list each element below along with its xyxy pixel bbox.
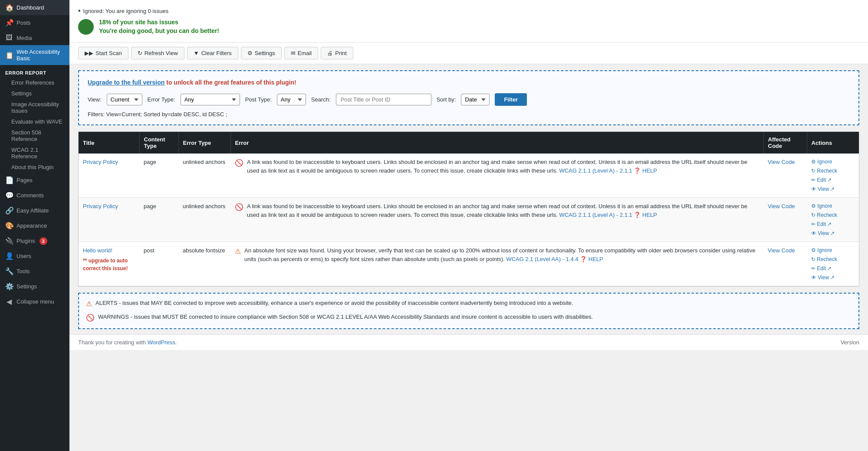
sidebar-item-easy-affiliate[interactable]: 🔗 Easy Affiliate	[0, 203, 69, 218]
row2-content-type: page	[139, 198, 178, 242]
sidebar-sub-settings[interactable]: Settings	[0, 88, 69, 99]
row3-actions: ⚙ Ignore ↻ Recheck ✏ Edit ↗ 👁 View ↗	[807, 242, 859, 286]
row3-ignore-link[interactable]: ⚙ Ignore	[811, 246, 855, 254]
row2-help-link[interactable]: HELP	[642, 212, 657, 218]
row3-actions-cell: ⚙ Ignore ↻ Recheck ✏ Edit ↗ 👁 View ↗	[811, 246, 855, 281]
plugin-icon: 📋	[5, 51, 13, 59]
row1-recheck-link[interactable]: ↻ Recheck	[811, 167, 855, 175]
row1-edit-link[interactable]: ✏ Edit ↗	[811, 176, 855, 184]
email-button[interactable]: ✉ Email	[284, 47, 319, 59]
plugins-icon: 🔌	[5, 237, 13, 245]
settings-button[interactable]: ⚙ Settings	[241, 47, 282, 59]
footer-wordpress-link[interactable]: WordPress.	[148, 339, 177, 346]
view-select[interactable]: Current All	[107, 94, 142, 105]
row3-wcag-link[interactable]: WCAG 2.1 (Level AA) - 1.4.4	[506, 256, 578, 262]
table-row: Hello world! ** upgrade to auto correct …	[79, 242, 859, 286]
sidebar-item-tools[interactable]: 🔧 Tools	[0, 264, 69, 279]
sidebar-sub-wcag-21[interactable]: WCAG 2.1 Reference	[0, 144, 69, 162]
footer-version: Version	[841, 339, 859, 346]
comments-icon: 💬	[5, 191, 13, 199]
row3-help-link[interactable]: HELP	[589, 256, 603, 262]
sidebar-item-label: Plugins	[16, 238, 35, 244]
row3-recheck-link[interactable]: ↻ Recheck	[811, 255, 855, 263]
scan-icon: ▶▶	[85, 50, 93, 56]
message-text: You're doing good, but you can do better…	[99, 27, 219, 36]
plugins-badge: 3	[39, 237, 47, 245]
status-circle	[78, 19, 94, 35]
print-button[interactable]: 🖨 Print	[321, 47, 353, 59]
row3-affected-code: View Code	[763, 242, 807, 286]
sidebar-item-collapse-menu[interactable]: ◀ Collapse menu	[0, 294, 69, 309]
filter-icon: ▼	[194, 50, 199, 56]
upgrade-link[interactable]: Upgrade to the full version	[88, 79, 164, 86]
col-header-title: Title	[79, 132, 139, 154]
upgrade-text-mid: to unlock all the great features of this…	[164, 79, 296, 86]
row3-title-link[interactable]: Hello world!	[83, 247, 112, 254]
row3-error-content: ⚠ An absolute font size was found. Using…	[235, 246, 759, 263]
sidebar-sub-about-plugin[interactable]: About this Plugin	[0, 162, 69, 173]
sidebar-item-comments[interactable]: 💬 Comments	[0, 188, 69, 203]
col-header-content-type: Content Type	[139, 132, 178, 154]
sidebar-item-posts[interactable]: 📌 Posts	[0, 15, 69, 30]
sidebar-item-pages[interactable]: 📄 Pages	[0, 173, 69, 188]
row2-view-link[interactable]: 👁 View ↗	[811, 229, 855, 237]
sort-label: Sort by:	[437, 96, 456, 103]
row2-ignore-link[interactable]: ⚙ Ignore	[811, 202, 855, 210]
legend-alert-item: ⚠ ALERTS - issues that MAY BE corrected …	[86, 299, 852, 309]
filter-button[interactable]: Filter	[495, 93, 527, 106]
start-scan-label: Start Scan	[95, 50, 122, 56]
row1-affected-code: View Code	[763, 154, 807, 198]
sidebar-sub-section-508[interactable]: Section 508 Reference	[0, 127, 69, 144]
row1-view-code-link[interactable]: View Code	[768, 159, 795, 165]
search-label: Search:	[311, 96, 331, 103]
row3-edit-link[interactable]: ✏ Edit ↗	[811, 265, 855, 272]
sidebar-sub-error-references[interactable]: Error References	[0, 77, 69, 88]
search-input[interactable]	[336, 94, 431, 105]
row1-error-cell: 🚫 A link was found to be inaccessible to…	[230, 154, 763, 198]
posts-icon: 📌	[5, 19, 13, 27]
row1-help-link[interactable]: HELP	[642, 167, 657, 174]
sidebar-item-settings-main[interactable]: ⚙️ Settings	[0, 279, 69, 294]
sidebar-item-users[interactable]: 👤 Users	[0, 248, 69, 264]
error-table: Title Content Type Error Type Error Affe…	[79, 132, 859, 286]
media-icon: 🖼	[5, 34, 13, 42]
row2-view-code-link[interactable]: View Code	[768, 203, 795, 209]
filters-applied: Filters: View=Current; Sorted by=date DE…	[88, 111, 850, 118]
start-scan-button[interactable]: ▶▶ Start Scan	[78, 47, 128, 59]
sidebar-item-plugins[interactable]: 🔌 Plugins 3	[0, 233, 69, 248]
easy-affiliate-icon: 🔗	[5, 206, 13, 215]
row2-recheck-link[interactable]: ↻ Recheck	[811, 211, 855, 219]
row3-view-link[interactable]: 👁 View ↗	[811, 274, 855, 281]
sidebar-item-label: Easy Affiliate	[16, 207, 49, 214]
sidebar-sub-image-accessibility[interactable]: Image Accessibility Issues	[0, 99, 69, 116]
sidebar-item-web-accessibility-basic[interactable]: 📋 Web Accessibility Basic	[0, 45, 69, 65]
post-type-select[interactable]: Any page post	[277, 94, 306, 105]
error-type-select[interactable]: Any unlinked anchors absolute fontsize	[181, 94, 240, 105]
row2-wcag-link[interactable]: WCAG 2.1.1 (Level A) - 2.1.1	[559, 212, 632, 218]
row2-title-link[interactable]: Privacy Policy	[83, 203, 118, 209]
row1-view-link[interactable]: 👁 View ↗	[811, 185, 855, 193]
sidebar-item-label: Comments	[16, 192, 44, 199]
sidebar-item-label: Media	[16, 35, 32, 41]
warning-icon: 🚫	[86, 313, 95, 323]
status-text-block: 18% of your site has issues You're doing…	[99, 18, 219, 35]
sidebar-sub-evaluate-wave[interactable]: Evaluate with WAVE	[0, 116, 69, 127]
alert-text: ALERTS - issues that MAY BE corrected to…	[95, 299, 573, 307]
table-row: Privacy Policy page unlinked anchors 🚫 A…	[79, 198, 859, 242]
sidebar-item-dashboard[interactable]: 🏠 Dashboard	[0, 0, 69, 15]
row3-view-code-link[interactable]: View Code	[768, 247, 795, 254]
sidebar-item-media[interactable]: 🖼 Media	[0, 30, 69, 45]
sidebar-item-appearance[interactable]: 🎨 Appearance	[0, 218, 69, 233]
sort-select[interactable]: Date Title	[461, 94, 490, 105]
footer-right: Version	[841, 339, 859, 346]
col-header-error-type: Error Type	[178, 132, 230, 154]
row1-title-link[interactable]: Privacy Policy	[83, 159, 118, 165]
clear-filters-button[interactable]: ▼ Clear Filters	[187, 47, 238, 59]
row2-edit-link[interactable]: ✏ Edit ↗	[811, 220, 855, 228]
row1-ignore-link[interactable]: ⚙ Ignore	[811, 158, 855, 166]
email-label: Email	[298, 50, 312, 56]
row1-wcag-link[interactable]: WCAG 2.1.1 (Level A) - 2.1.1	[559, 167, 632, 174]
refresh-view-button[interactable]: ↻ Refresh View	[131, 47, 184, 59]
table-header-row: Title Content Type Error Type Error Affe…	[79, 132, 859, 154]
row2-title: Privacy Policy	[79, 198, 139, 242]
